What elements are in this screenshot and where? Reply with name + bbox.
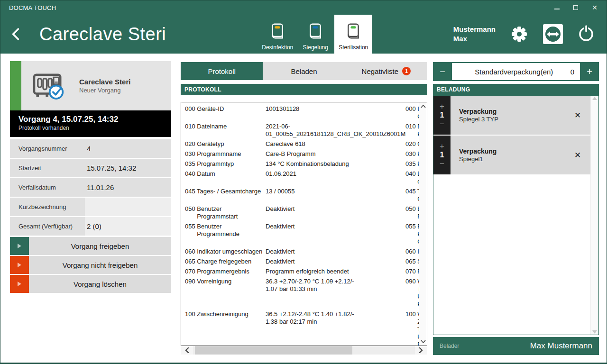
- info-row: Vorgangsnummer 4: [10, 139, 171, 158]
- info-label: Vorgangsnummer: [10, 145, 85, 152]
- power-button[interactable]: [576, 24, 596, 44]
- tab-badge: 1: [402, 67, 411, 75]
- remote-support-button[interactable]: [543, 24, 563, 44]
- protocol-key: 040 Datum: [185, 170, 266, 185]
- book-icon: [268, 21, 287, 42]
- tab[interactable]: Negativliste 1: [345, 62, 427, 80]
- protocol-vertical-scrollbar[interactable]: [419, 102, 427, 346]
- protocol-key: 100 Zwischenreinigung: [185, 310, 266, 346]
- quantity-decrease-button[interactable]: −: [440, 160, 444, 168]
- protocol-value: Programm erfolgreich beendet: [266, 268, 405, 275]
- protocol-horizontal-scrollbar[interactable]: [181, 346, 427, 355]
- device-subtitle: Neuer Vorgang: [79, 87, 130, 94]
- chevron-left-icon: [10, 27, 21, 41]
- protocol-key: 030 Programmname: [185, 150, 266, 158]
- protocol-key: 050 Benutzer Programmstart: [185, 205, 266, 220]
- process-info-rows: Vorgangsnummer 4 Startzeit 15.07.25, 14:…: [10, 139, 171, 236]
- protocol-translation-clipped: 000 Id G: [405, 105, 419, 120]
- package-card: + 1 − Verpackung Spiegel1: [433, 136, 590, 174]
- tab[interactable]: Protokoll: [181, 62, 263, 80]
- protocol-row: 035 Programmtyp 134 °C Kombinationsbelad…: [185, 160, 419, 168]
- minimize-button[interactable]: [553, 4, 560, 11]
- protocol-value: Deaktiviert: [266, 223, 405, 246]
- quantity-increase-button[interactable]: +: [440, 142, 444, 150]
- info-value: 15.07.25, 14:32: [85, 159, 171, 177]
- package-title: Verpackung: [459, 147, 497, 155]
- load-list-scrollbar[interactable]: [590, 96, 598, 335]
- triangle-up-icon[interactable]: [592, 97, 597, 100]
- protocol-value: Careclave 618: [266, 140, 405, 148]
- packaging-label: Standardverpackung(en): [458, 68, 570, 76]
- chevron-right-icon: [419, 347, 423, 353]
- package-list: + 1 − Verpackung Spiegel 3 TYP: [433, 96, 590, 335]
- remove-package-button[interactable]: ✕: [565, 136, 590, 174]
- tab-bar: Protokoll Beladen Negativliste 1: [181, 62, 427, 80]
- protocol-row: 030 Programmname Care-B Programm 030 P: [185, 150, 419, 158]
- info-value: 2 (0): [85, 217, 171, 236]
- tab[interactable]: Beladen: [263, 62, 345, 80]
- info-row: Startzeit 15.07.25, 14:32: [10, 159, 171, 177]
- protocol-key: 090 Vorreinigung: [185, 278, 266, 308]
- increase-button[interactable]: +: [580, 62, 599, 81]
- mode-tab[interactable]: Siegelung: [296, 15, 334, 54]
- loader-name: Max Mustermann: [530, 341, 592, 351]
- power-icon: [576, 24, 596, 44]
- action-label: Vorgang löschen: [29, 275, 171, 293]
- loader-label: Belader: [440, 343, 459, 349]
- selected-process-bar[interactable]: Vorgang 4, 15.07.25, 14:32 Protokoll vor…: [10, 110, 171, 137]
- protocol-key: 010 Dateiname: [185, 123, 266, 138]
- mode-tab[interactable]: Desinfektion: [258, 15, 296, 54]
- device-card[interactable]: Careclave Steri Neuer Vorgang: [10, 61, 171, 110]
- back-button[interactable]: [0, 15, 31, 54]
- close-button[interactable]: ✕: [591, 4, 598, 11]
- protocol-translation-clipped: 070 P: [405, 268, 419, 275]
- scroll-up-button[interactable]: [419, 102, 427, 110]
- action-button[interactable]: Vorgang freigeben: [10, 237, 171, 255]
- package-subtitle: Spiegel 3 TYP: [459, 116, 498, 123]
- book-icon: [306, 21, 325, 42]
- protocol-value: 36.5 +2.12/-2.48 °C 1.40 +1.82/- 1.38 ba…: [266, 310, 405, 346]
- scroll-down-button[interactable]: [419, 337, 427, 346]
- action-button[interactable]: Vorgang nicht freigeben: [10, 256, 171, 274]
- mode-tab[interactable]: Sterilisation: [334, 15, 372, 54]
- scrollbar-thumb[interactable]: [195, 346, 352, 355]
- protocol-row: 020 Gerätetyp Careclave 618 020 G: [185, 140, 419, 148]
- protocol-row: 100 Zwischenreinigung 36.5 +2.12/-2.48 °…: [185, 310, 419, 346]
- info-value: 11.01.26: [85, 178, 171, 197]
- info-row: Gesamt (Verfügbar) 2 (0): [10, 217, 171, 236]
- info-label: Startzeit: [10, 164, 85, 172]
- scroll-right-button[interactable]: [415, 346, 427, 355]
- decrease-button[interactable]: −: [433, 62, 452, 81]
- protocol-row: 070 Programmergebnis Programm erfolgreic…: [185, 268, 419, 275]
- settings-button[interactable]: [509, 24, 530, 45]
- protocol-value: 2021-06- 01_00055_20216181128_CRB_OK_200…: [266, 123, 405, 138]
- protocol-key: 035 Programmtyp: [185, 160, 266, 168]
- remove-package-button[interactable]: ✕: [565, 96, 590, 135]
- app-window: DOCMA TOUCH ✕ Careclave Steri: [0, 0, 607, 364]
- package-text: Verpackung Spiegel 3 TYP: [459, 108, 498, 123]
- maximize-button[interactable]: [572, 4, 579, 11]
- process-actions: Vorgang freigeben Vorgang nicht freigebe…: [10, 237, 171, 293]
- scroll-left-button[interactable]: [181, 346, 193, 355]
- packaging-field[interactable]: Standardverpackung(en) 0: [452, 63, 580, 80]
- protocol-list[interactable]: 000 Geräte-ID 1001301128 000 Id G 010 Da…: [181, 102, 419, 346]
- quantity-increase-button[interactable]: +: [440, 102, 444, 110]
- package-quantity-stepper: + 1 −: [433, 136, 451, 174]
- protocol-key: 065 Charge freigegeben: [185, 258, 266, 265]
- left-panel: Careclave Steri Neuer Vorgang Vorgang 4,…: [10, 61, 171, 363]
- protocol-row: 010 Dateiname 2021-06- 01_00055_20216181…: [185, 123, 419, 138]
- book-icon: [344, 21, 363, 42]
- protocol-value: Deaktiviert: [266, 258, 405, 265]
- action-label: Vorgang freigeben: [29, 237, 171, 255]
- protocol-key: 070 Programmergebnis: [185, 268, 266, 275]
- triangle-down-icon[interactable]: [592, 330, 597, 334]
- quantity-decrease-button[interactable]: −: [440, 120, 444, 128]
- user-firstname: Max: [453, 34, 496, 44]
- minimize-icon: [554, 9, 560, 9]
- action-button[interactable]: Vorgang löschen: [10, 275, 171, 293]
- protocol-translation-clipped: 065 S: [405, 258, 419, 265]
- app-title: DOCMA TOUCH: [9, 4, 56, 11]
- info-value: 4: [85, 139, 171, 158]
- package-body: Verpackung Spiegel 3 TYP: [451, 96, 565, 135]
- protocol-translation-clipped: 040 D d: [405, 170, 419, 185]
